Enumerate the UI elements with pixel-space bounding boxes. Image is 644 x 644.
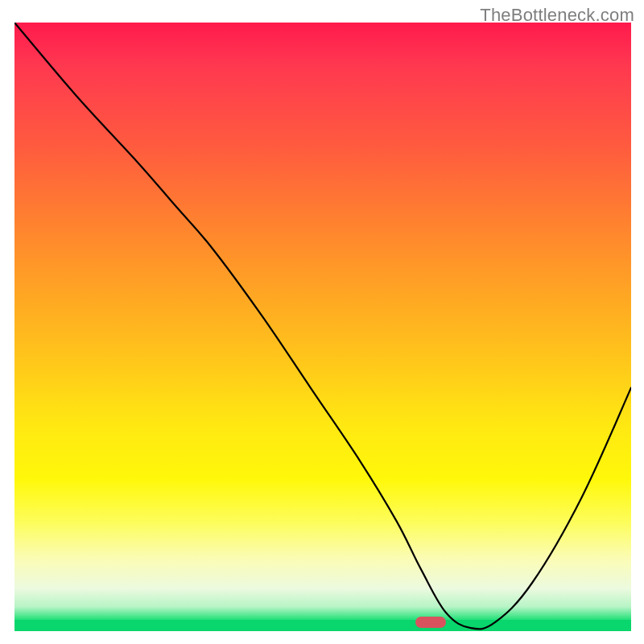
curve-svg [14, 23, 631, 631]
min-marker [415, 617, 446, 628]
watermark-text: TheBottleneck.com [480, 5, 634, 26]
chart-container: TheBottleneck.com [0, 0, 644, 644]
plot-area [14, 23, 631, 631]
bottleneck-curve [14, 23, 631, 629]
